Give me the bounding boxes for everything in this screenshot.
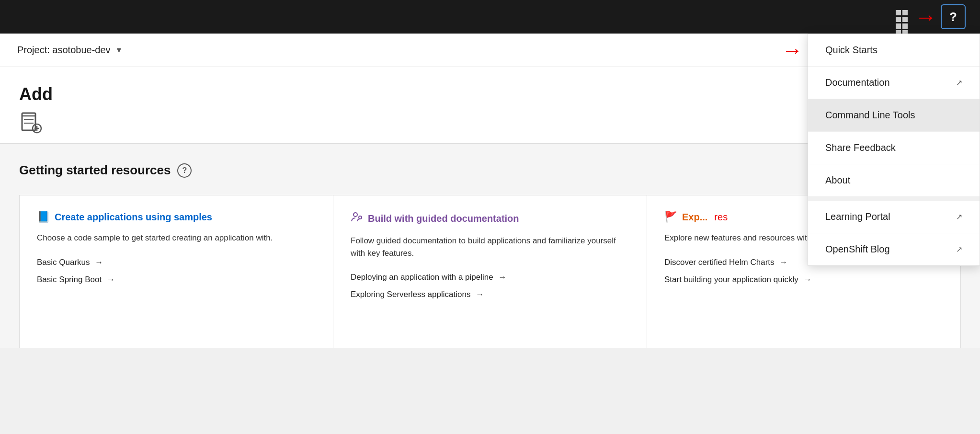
dropdown-item-learning-portal[interactable]: Learning Portal ↗ <box>808 201 980 233</box>
arrow-help-group: → ? <box>896 4 966 29</box>
info-icon[interactable]: ? <box>177 163 192 178</box>
card-explore-icon: 🚩 <box>664 211 677 223</box>
help-button[interactable]: ? <box>941 4 966 29</box>
card-guided-docs-title[interactable]: Build with guided documentation <box>351 211 629 226</box>
dropdown-item-openshift-blog[interactable]: OpenShift Blog ↗ <box>808 233 980 265</box>
dropdown-divider <box>808 197 980 201</box>
card-guided-docs: Build with guided documentation Follow g… <box>333 195 647 348</box>
topbar: → ? <box>0 0 980 34</box>
card-samples-link-0[interactable]: Basic Quarkus → <box>37 258 316 267</box>
book-plus-icon <box>19 111 42 134</box>
card-guided-docs-icon <box>351 211 363 226</box>
dropdown-caret-icon: ▼ <box>115 46 123 55</box>
dropdown-item-share-feedback[interactable]: Share Feedback <box>808 132 980 164</box>
topbar-right: → ? <box>896 4 966 29</box>
external-link-icon-openshift-blog: ↗ <box>956 245 962 254</box>
card-samples-link-1[interactable]: Basic Spring Boot → <box>37 275 316 285</box>
grid-icon[interactable] <box>896 10 909 23</box>
side-red-arrow: → <box>782 40 803 61</box>
svg-point-7 <box>353 213 357 217</box>
dropdown-item-quick-starts[interactable]: Quick Starts <box>808 34 980 67</box>
card-samples-title[interactable]: 📘 Create applications using samples <box>37 211 316 223</box>
project-label: Project: asotobue-dev <box>17 45 111 56</box>
card-samples: 📘 Create applications using samples Choo… <box>19 195 333 348</box>
card-explore-link-1[interactable]: Start building your application quickly … <box>664 275 943 285</box>
card-guided-docs-desc: Follow guided documentation to build app… <box>351 235 629 259</box>
external-link-icon-learning-portal: ↗ <box>956 212 962 221</box>
project-selector[interactable]: Project: asotobue-dev ▼ <box>17 45 123 56</box>
card-samples-icon: 📘 <box>37 211 50 223</box>
dropdown-item-command-line-tools[interactable]: Command Line Tools <box>808 99 980 132</box>
dropdown-item-documentation[interactable]: Documentation ↗ <box>808 67 980 99</box>
top-red-arrow: → <box>915 6 937 28</box>
section-title: Getting started resources <box>19 163 171 178</box>
card-samples-desc: Choose a code sample to get started crea… <box>37 232 316 244</box>
external-link-icon-documentation: ↗ <box>956 78 962 87</box>
card-guided-docs-link-0[interactable]: Deploying an application with a pipeline… <box>351 273 629 282</box>
dropdown-menu: Quick Starts Documentation ↗ Command Lin… <box>808 34 980 266</box>
card-guided-docs-link-1[interactable]: Exploring Serverless applications → <box>351 290 629 299</box>
dropdown-item-about[interactable]: About <box>808 164 980 197</box>
